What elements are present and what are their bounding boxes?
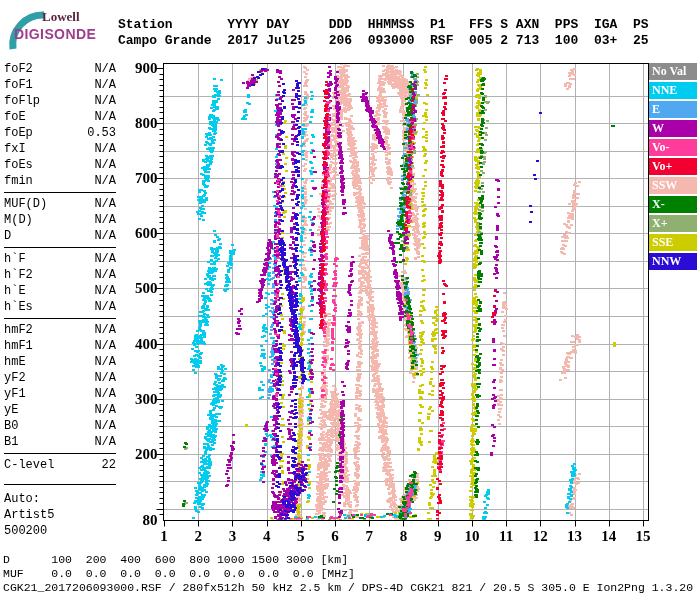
param-row-ye: yEN/A <box>4 402 116 418</box>
auto-scaler-info: Auto: <box>4 491 116 507</box>
param-value: N/A <box>94 173 116 189</box>
param-value: N/A <box>94 354 116 370</box>
separator <box>4 192 116 193</box>
param-row-hf2: h`F2N/A <box>4 267 116 283</box>
separator <box>4 247 116 248</box>
param-row-hf: h`FN/A <box>4 251 116 267</box>
param-value: 22 <box>102 457 116 473</box>
param-row-hmf1: hmF1N/A <box>4 338 116 354</box>
parameter-panel: foF2N/AfoF1N/AfoFlpN/AfoEN/AfoEp0.53fxIN… <box>4 61 116 539</box>
legend-item-xp: X+ <box>649 215 697 232</box>
separator <box>4 484 116 485</box>
legend-item-noval: No Val <box>649 63 697 80</box>
param-row-fof1: foF1N/A <box>4 77 116 93</box>
legend-item-nne: NNE <box>649 82 697 99</box>
param-label: C-level <box>4 457 54 473</box>
param-label: hmF1 <box>4 338 33 354</box>
legend-item-ssw: SSW <box>649 177 697 194</box>
param-label: M(D) <box>4 212 33 228</box>
param-label: MUF(D) <box>4 196 47 212</box>
param-row-foep: foEp0.53 <box>4 125 116 141</box>
param-row-foe: foEN/A <box>4 109 116 125</box>
param-value: N/A <box>94 228 116 244</box>
param-label: h`F2 <box>4 267 33 283</box>
param-row-yf1: yF1N/A <box>4 386 116 402</box>
param-value: N/A <box>94 299 116 315</box>
legend: No ValNNEEWVo-Vo+SSWX-X+SSENNW <box>648 63 697 272</box>
param-row-mufd: MUF(D)N/A <box>4 196 116 212</box>
legend-item-vop: Vo+ <box>649 158 697 175</box>
legend-item-xm: X- <box>649 196 697 213</box>
param-value: N/A <box>94 77 116 93</box>
legend-item-nnw: NNW <box>649 253 697 270</box>
param-label: fxI <box>4 141 26 157</box>
digisonde-logo: Lowell DIGISONDE <box>6 6 116 52</box>
param-label: foEs <box>4 157 33 173</box>
param-label: fmin <box>4 173 33 189</box>
param-value: N/A <box>94 418 116 434</box>
logo-text-lowell: Lowell <box>42 9 80 25</box>
param-label: B0 <box>4 418 18 434</box>
param-value: N/A <box>94 370 116 386</box>
param-value: N/A <box>94 338 116 354</box>
param-row-he: h`EN/A <box>4 283 116 299</box>
param-value: N/A <box>94 402 116 418</box>
param-value: 0.53 <box>87 125 116 141</box>
param-row-md: M(D)N/A <box>4 212 116 228</box>
param-row-fmin: fminN/A <box>4 173 116 189</box>
param-label: h`F <box>4 251 26 267</box>
param-label: foEp <box>4 125 33 141</box>
param-label: hmF2 <box>4 322 33 338</box>
param-value: N/A <box>94 283 116 299</box>
param-label: yE <box>4 402 18 418</box>
param-value: N/A <box>94 251 116 267</box>
param-value: N/A <box>94 61 116 77</box>
param-value: N/A <box>94 322 116 338</box>
distance-row: D 100 200 400 600 800 1000 1500 3000 [km… <box>3 553 348 567</box>
status-line: CGK21_2017206093000.RSF / 280fx512h 50 k… <box>3 581 693 595</box>
legend-item-w: W <box>649 120 697 137</box>
legend-item-vom: Vo- <box>649 139 697 156</box>
auto-scaler-info: Artist5 <box>4 507 116 523</box>
separator <box>4 453 116 454</box>
param-row-b1: B1N/A <box>4 434 116 450</box>
param-row-clevel: C-level22 <box>4 457 116 473</box>
separator <box>4 318 116 319</box>
header-labels-row: Station YYYY DAY DDD HHMMSS P1 FFS S AXN… <box>118 17 649 33</box>
param-row-fxi: fxIN/A <box>4 141 116 157</box>
muf-row: MUF 0.0 0.0 0.0 0.0 0.0 0.0 0.0 0.0 [MHz… <box>3 567 355 581</box>
param-label: D <box>4 228 11 244</box>
param-row-b0: B0N/A <box>4 418 116 434</box>
param-value: N/A <box>94 109 116 125</box>
param-label: hmE <box>4 354 26 370</box>
param-value: N/A <box>94 386 116 402</box>
legend-item-sse: SSE <box>649 234 697 251</box>
param-label: foFlp <box>4 93 40 109</box>
param-row-hme: hmEN/A <box>4 354 116 370</box>
param-row-foflp: foFlpN/A <box>4 93 116 109</box>
param-label: foF1 <box>4 77 33 93</box>
param-row-fof2: foF2N/A <box>4 61 116 77</box>
auto-scaler-info: 500200 <box>4 523 116 539</box>
param-row-d: DN/A <box>4 228 116 244</box>
param-value: N/A <box>94 434 116 450</box>
param-label: foF2 <box>4 61 33 77</box>
param-label: yF1 <box>4 386 26 402</box>
param-value: N/A <box>94 157 116 173</box>
param-value: N/A <box>94 93 116 109</box>
legend-item-e: E <box>649 101 697 118</box>
param-label: yF2 <box>4 370 26 386</box>
param-row-foes: foEsN/A <box>4 157 116 173</box>
param-label: foE <box>4 109 26 125</box>
logo-text-digisonde: DIGISONDE <box>14 26 96 42</box>
header-values-row: Campo Grande 2017 Jul25 206 093000 RSF 0… <box>118 33 649 49</box>
param-value: N/A <box>94 267 116 283</box>
param-label: h`Es <box>4 299 33 315</box>
param-row-hes: h`EsN/A <box>4 299 116 315</box>
param-value: N/A <box>94 196 116 212</box>
param-label: B1 <box>4 434 18 450</box>
param-row-yf2: yF2N/A <box>4 370 116 386</box>
param-label: h`E <box>4 283 26 299</box>
param-value: N/A <box>94 212 116 228</box>
param-value: N/A <box>94 141 116 157</box>
